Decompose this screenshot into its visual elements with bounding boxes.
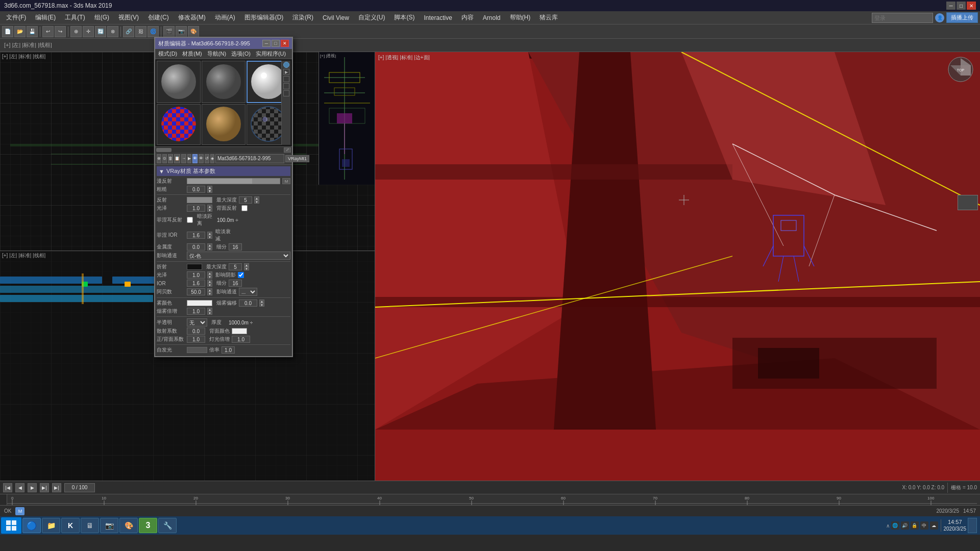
taskbar-app-2[interactable]: 📁 [42,518,60,533]
tray-security[interactable]: 🔒 [911,521,919,530]
search-input[interactable] [872,13,933,23]
toolbar-redo[interactable]: ↪ [55,26,66,37]
mat-tb-get[interactable]: ⊙ [162,154,167,163]
mat-menu-nav[interactable]: 导航(N) [205,49,229,58]
close-button[interactable]: ✕ [967,2,976,10]
mat-tb-pick[interactable]: ⊕ [157,154,161,163]
taskbar-app-6[interactable]: 🎨 [119,518,138,533]
mat-hscroll[interactable]: ⤢ [155,146,292,153]
menu-customize[interactable]: 自定义(U) [354,12,389,23]
refract-color[interactable] [187,264,202,270]
minimize-button[interactable]: ─ [946,2,955,10]
fogbias-input[interactable] [239,299,257,307]
mat-menu-mode[interactable]: 模式(D) [156,49,180,58]
menu-file[interactable]: 文件(F) [2,12,30,23]
reflect-maxdepth[interactable] [239,196,252,204]
menu-render[interactable]: 渲染(R) [288,12,317,23]
toolbar-move[interactable]: ✛ [83,26,94,37]
mat-tb-show[interactable]: 👁 [192,154,198,163]
diffuse-map-btn[interactable]: M [282,178,290,184]
menu-view[interactable]: 视图(V) [114,12,143,23]
metal-dn[interactable]: ▼ [207,247,212,251]
channel-select1[interactable]: 仅-色 全部通道 [187,252,290,260]
menu-tools[interactable]: 工具(T) [61,12,89,23]
selfillum-mult-input[interactable] [222,346,235,354]
trans-type-select[interactable]: 无 软(水) [187,318,207,327]
mat-hscroll-thumb[interactable] [156,148,172,152]
refgloss-input[interactable] [187,271,205,279]
rmax-dn[interactable]: ▼ [244,267,249,270]
frame-display[interactable] [64,483,95,492]
toolbar-material-editor[interactable]: 🎨 [188,26,199,37]
toolbar-bind-spacewarp[interactable]: 🌀 [148,26,159,37]
taskbar-app-8[interactable]: 🔧 [158,518,177,533]
abbe-up[interactable]: ▲ [207,288,212,292]
rg-dn[interactable]: ▼ [207,275,212,279]
fm-dn[interactable]: ▼ [207,311,212,315]
glossiness-input[interactable] [187,205,205,212]
toolbar-scale[interactable]: ⊗ [107,26,118,37]
abbe-input[interactable] [187,288,205,295]
mat-sphere-2[interactable] [202,61,246,103]
maximize-button[interactable]: □ [957,2,966,10]
tray-volume[interactable]: 🔊 [901,521,909,530]
show-desktop-btn[interactable] [968,518,977,533]
fb-dn[interactable]: ▼ [259,303,264,307]
mat-tb-render[interactable]: ▶ [187,154,191,163]
toolbar-select[interactable]: ⊕ [70,26,82,37]
mat-editor-minimize[interactable]: ─ [262,40,271,47]
mat-tb-delete[interactable]: 🗑 [168,154,173,163]
backcolor-swatch[interactable] [232,328,247,334]
gloss-up[interactable]: ▲ [207,205,212,208]
taskbar-app-4[interactable]: 🖥 [81,518,99,533]
tray-arrow[interactable]: ∧ [886,523,890,529]
menu-modifiers[interactable]: 修改器(M) [174,12,210,23]
timeline-ruler[interactable]: 0 10 20 30 40 50 60 70 80 90 100 [0,494,980,505]
reflect-color[interactable] [187,197,212,203]
menu-civil-view[interactable]: Civil View [318,13,353,22]
abbe-dn[interactable]: ▼ [207,292,212,295]
schematic-panel[interactable]: [+] |透视| [318,52,375,185]
fogcolor-swatch[interactable] [187,300,212,306]
start-button[interactable] [1,517,21,534]
metal-up[interactable]: ▲ [207,243,212,247]
tray-network[interactable]: 🌐 [891,521,899,530]
menu-graph-editors[interactable]: 图形编辑器(D) [240,12,288,23]
taskbar-app-5[interactable]: 📷 [100,518,118,533]
toolbar-render[interactable]: 🎬 [163,26,175,37]
anim-next-frame[interactable]: ▶| [52,483,61,492]
menu-arnold[interactable]: Arnold [479,13,505,22]
mat-sphere-tb-btn2[interactable]: ▶ [283,69,289,75]
mat-tb-copy[interactable]: 📋 [174,154,180,163]
rmax-up[interactable]: ▲ [244,263,249,267]
toolbar-rotate[interactable]: 🔄 [95,26,106,37]
upload-button[interactable]: 插播上传 [946,12,978,23]
selfillum-color[interactable] [187,347,207,353]
mat-expand-btn[interactable]: ⤢ [284,147,291,153]
fior-dn[interactable]: ▼ [207,235,212,239]
fm-up[interactable]: ▲ [207,308,212,311]
fogmult-input[interactable] [187,308,205,315]
reflect-subdivs[interactable] [229,243,242,251]
mat-tb-show-all[interactable]: 👁 [199,154,204,163]
menu-cloud[interactable]: 猪云库 [535,12,562,23]
fwdback-input[interactable] [187,336,205,343]
refract-channel-select[interactable]: ... [239,288,257,296]
mat-menu-material[interactable]: 材质(M) [180,49,205,58]
refshadow-check[interactable] [238,272,244,278]
menu-interactive[interactable]: Interactive [420,13,456,22]
vray-section-title[interactable]: ▼ VRay材质 基本参数 [157,166,290,176]
mat-sphere-tb-btn4[interactable] [283,83,289,89]
taskbar-app-3[interactable]: K [61,518,80,533]
anim-play[interactable]: ▶ [28,483,37,492]
diffuse-slider[interactable] [187,178,280,184]
mat-tb-assign[interactable]: → [181,154,186,163]
refract-maxdepth[interactable] [229,263,242,270]
mat-sphere-5[interactable] [202,104,246,145]
mat-editor-close[interactable]: ✕ [281,40,289,47]
backref-check[interactable] [241,205,248,211]
ior-input[interactable] [187,280,205,287]
fresnelior-input[interactable] [187,232,205,239]
menu-script[interactable]: 脚本(S) [390,12,419,23]
mat-sphere-tb-btn5[interactable] [283,90,289,96]
